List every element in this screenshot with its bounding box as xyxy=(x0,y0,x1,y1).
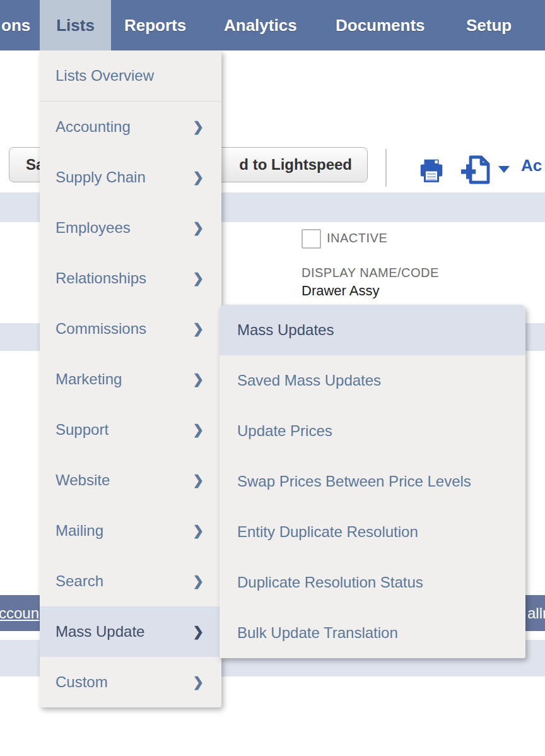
nav-item-transactions[interactable]: ons xyxy=(1,0,30,50)
menu-item-label: Support xyxy=(56,421,108,439)
menu-item-label: Supply Chain xyxy=(56,168,146,186)
chevron-right-icon: ❯ xyxy=(192,271,204,286)
menu-item-label: Custom xyxy=(56,673,108,691)
lists-dropdown-menu: Lists Overview Accounting ❯ Supply Chain… xyxy=(40,50,221,707)
menu-item-search[interactable]: Search ❯ xyxy=(40,556,221,606)
chevron-right-icon: ❯ xyxy=(192,523,204,538)
menu-item-supply-chain[interactable]: Supply Chain ❯ xyxy=(40,152,221,203)
menu-item-label: Commissions xyxy=(56,320,146,338)
chevron-right-icon: ❯ xyxy=(192,321,204,336)
submenu-item-label: Swap Prices Between Price Levels xyxy=(237,473,471,490)
submenu-item-label: Mass Updates xyxy=(237,321,334,339)
chevron-right-icon: ❯ xyxy=(192,170,204,185)
nav-item-analytics[interactable]: Analytics xyxy=(224,0,297,50)
toolbar-divider xyxy=(385,149,387,187)
print-icon[interactable] xyxy=(417,156,446,187)
menu-item-support[interactable]: Support ❯ xyxy=(40,405,221,455)
chevron-right-icon: ❯ xyxy=(192,372,204,387)
menu-item-marketing[interactable]: Marketing ❯ xyxy=(40,354,221,405)
chevron-right-icon: ❯ xyxy=(192,422,204,437)
menu-item-label: Accounting xyxy=(56,118,131,136)
chevron-right-icon: ❯ xyxy=(192,220,204,235)
top-nav-bar: ons Lists Reports Analytics Documents Se… xyxy=(0,0,545,50)
nav-item-setup[interactable]: Setup xyxy=(466,0,512,50)
menu-item-commissions[interactable]: Commissions ❯ xyxy=(40,304,221,354)
section-header-link[interactable]: ccoun xyxy=(0,595,39,631)
submenu-item-label: Update Prices xyxy=(237,422,332,440)
nav-item-reports[interactable]: Reports xyxy=(124,0,186,50)
menu-item-mass-update[interactable]: Mass Update ❯ xyxy=(40,606,221,657)
inactive-checkbox[interactable] xyxy=(302,229,321,249)
menu-item-lists-overview[interactable]: Lists Overview xyxy=(40,50,221,101)
display-name-code-label: DISPLAY NAME/CODE xyxy=(302,266,439,280)
menu-item-accounting[interactable]: Accounting ❯ xyxy=(40,102,221,152)
add-record-icon[interactable] xyxy=(459,154,495,188)
submenu-item-update-prices[interactable]: Update Prices xyxy=(220,406,525,456)
mass-update-submenu: Mass Updates Saved Mass Updates Update P… xyxy=(220,305,525,658)
menu-item-label: Mass Update xyxy=(56,623,144,641)
nav-item-documents[interactable]: Documents xyxy=(336,0,425,50)
menu-item-label: Relationships xyxy=(56,269,146,287)
menu-item-label: Marketing xyxy=(56,370,122,388)
section-header-right-text: alln xyxy=(527,595,545,631)
menu-item-label: Employees xyxy=(56,219,131,237)
submenu-item-mass-updates[interactable]: Mass Updates xyxy=(220,305,525,355)
chevron-right-icon: ❯ xyxy=(192,675,204,690)
inactive-label: INACTIVE xyxy=(327,231,387,245)
submenu-item-label: Duplicate Resolution Status xyxy=(237,574,423,591)
submenu-item-entity-duplicate-resolution[interactable]: Entity Duplicate Resolution xyxy=(220,507,525,557)
submenu-item-saved-mass-updates[interactable]: Saved Mass Updates xyxy=(220,355,525,406)
chevron-right-icon: ❯ xyxy=(192,624,204,639)
display-name-code-value: Drawer Assy xyxy=(302,283,379,299)
submenu-item-duplicate-resolution-status[interactable]: Duplicate Resolution Status xyxy=(220,557,525,608)
submenu-item-label: Bulk Update Translation xyxy=(237,624,398,642)
chevron-right-icon: ❯ xyxy=(192,119,204,134)
menu-item-employees[interactable]: Employees ❯ xyxy=(40,203,221,253)
submenu-item-label: Saved Mass Updates xyxy=(237,372,381,389)
submenu-item-bulk-update-translation[interactable]: Bulk Update Translation xyxy=(220,608,525,658)
nav-item-lists[interactable]: Lists xyxy=(40,0,111,50)
menu-item-label: Mailing xyxy=(56,522,103,540)
caret-down-icon[interactable] xyxy=(498,166,510,173)
menu-item-label: Website xyxy=(56,471,110,489)
menu-item-mailing[interactable]: Mailing ❯ xyxy=(40,505,221,556)
chevron-right-icon: ❯ xyxy=(192,473,204,488)
menu-item-custom[interactable]: Custom ❯ xyxy=(40,657,221,707)
menu-item-label: Search xyxy=(56,572,103,590)
menu-item-label: Lists Overview xyxy=(56,67,154,85)
actions-link[interactable]: Ac xyxy=(521,151,542,179)
submenu-item-label: Entity Duplicate Resolution xyxy=(237,523,418,541)
submenu-item-swap-prices[interactable]: Swap Prices Between Price Levels xyxy=(220,456,525,507)
chevron-right-icon: ❯ xyxy=(192,574,204,589)
menu-item-website[interactable]: Website ❯ xyxy=(40,455,221,505)
menu-item-relationships[interactable]: Relationships ❯ xyxy=(40,253,221,304)
